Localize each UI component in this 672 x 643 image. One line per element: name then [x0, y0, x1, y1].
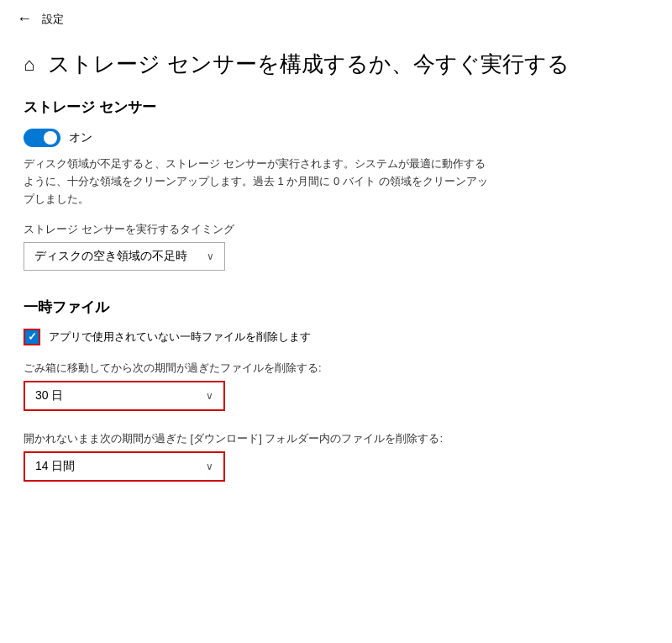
toggle-label: オン [69, 130, 92, 145]
storage-sensor-section: ストレージ センサー オン ディスク領域が不足すると、ストレージ センサーが実行… [24, 98, 648, 270]
content-area: ストレージ センサー オン ディスク領域が不足すると、ストレージ センサーが実行… [0, 98, 672, 524]
download-dropdown-arrow: ∨ [206, 461, 213, 472]
trash-dropdown-group: ごみ箱に移動してから次の期間が過ぎたファイルを削除する: 30 日 ∨ [24, 361, 648, 411]
temp-files-title: 一時ファイル [24, 298, 648, 317]
storage-sensor-title: ストレージ センサー [24, 98, 648, 117]
back-button[interactable]: ← [17, 10, 32, 28]
toggle-row: オン [24, 129, 648, 147]
top-bar-title: 設定 [42, 12, 64, 27]
download-field-label: 開かれないまま次の期間が過ぎた [ダウンロード] フォルダー内のファイルを削除す… [24, 431, 648, 446]
storage-sensor-description: ディスク領域が不足すると、ストレージ センサーが実行されます。システムが最適に動… [24, 155, 494, 208]
delete-temp-checkbox[interactable]: ✓ [24, 329, 40, 345]
storage-sensor-toggle[interactable] [24, 129, 60, 147]
download-dropdown-value: 14 日間 [35, 459, 75, 474]
page-title: ストレージ センサーを構成するか、今すぐ実行する [48, 51, 569, 77]
timing-dropdown-arrow: ∨ [207, 250, 214, 262]
top-bar: ← 設定 [0, 0, 672, 38]
toggle-thumb [44, 131, 57, 145]
checkbox-check-mark: ✓ [28, 331, 37, 342]
toggle-track [24, 129, 60, 147]
trash-dropdown-arrow: ∨ [206, 390, 213, 402]
download-dropdown-group: 開かれないまま次の期間が過ぎた [ダウンロード] フォルダー内のファイルを削除す… [24, 431, 648, 482]
checkbox-row: ✓ アプリで使用されていない一時ファイルを削除します [24, 329, 648, 345]
trash-dropdown-value: 30 日 [35, 388, 63, 403]
page-header: ⌂ ストレージ センサーを構成するか、今すぐ実行する [0, 38, 672, 98]
delete-temp-label: アプリで使用されていない一時ファイルを削除します [49, 329, 311, 345]
temp-files-section: 一時ファイル ✓ アプリで使用されていない一時ファイルを削除します ごみ箱に移動… [24, 298, 648, 482]
trash-dropdown[interactable]: 30 日 ∨ [24, 381, 225, 411]
timing-value: ディスクの空き領域の不足時 [34, 249, 187, 264]
timing-dropdown[interactable]: ディスクの空き領域の不足時 ∨ [24, 242, 225, 271]
timing-label: ストレージ センサーを実行するタイミング [24, 222, 648, 237]
trash-field-label: ごみ箱に移動してから次の期間が過ぎたファイルを削除する: [24, 361, 648, 376]
download-dropdown[interactable]: 14 日間 ∨ [24, 451, 225, 482]
home-icon[interactable]: ⌂ [24, 54, 34, 76]
